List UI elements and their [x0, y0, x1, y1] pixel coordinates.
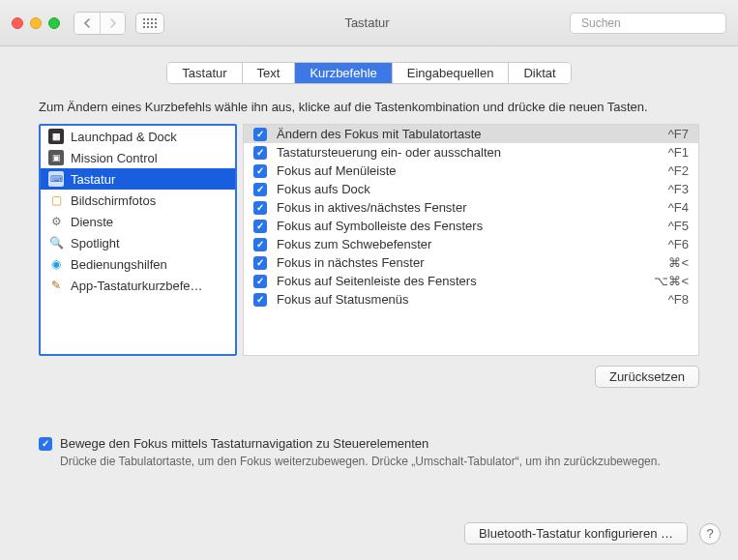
shortcut-label: Fokus zum Schwebefenster — [277, 237, 659, 251]
app-shortcuts-icon: ✎ — [48, 278, 64, 293]
shortcut-keys: ^F2 — [668, 163, 689, 178]
tab-bar: TastaturTextKurzbefehleEingabequellenDik… — [0, 62, 738, 84]
shortcut-row[interactable]: ✓Fokus aufs Dock^F3 — [244, 180, 698, 198]
shortcut-label: Tastatursteuerung ein- oder ausschalten — [277, 145, 659, 160]
sidebar-item-1[interactable]: ▣Mission Control — [41, 147, 235, 168]
checkbox-icon[interactable]: ✓ — [253, 256, 267, 270]
shortcut-row[interactable]: ✓Fokus in nächstes Fenster⌘< — [244, 253, 698, 272]
checkbox-icon[interactable]: ✓ — [253, 293, 267, 307]
spotlight-icon: 🔍 — [48, 235, 64, 251]
minimize-window-button[interactable] — [30, 17, 42, 29]
shortcut-row[interactable]: ✓Fokus auf Seitenleiste des Fensters⌥⌘< — [244, 272, 698, 290]
shortcut-row[interactable]: ✓Fokus in aktives/nächstes Fenster^F4 — [244, 198, 698, 217]
help-icon: ? — [706, 526, 713, 541]
shortcut-row[interactable]: ✓Fokus auf Menüleiste^F2 — [244, 162, 698, 180]
forward-button[interactable] — [100, 13, 125, 34]
titlebar: Tastatur — [0, 0, 738, 46]
sidebar-item-2[interactable]: ⌨Tastatur — [41, 168, 235, 190]
sidebar-item-4[interactable]: ⚙Dienste — [41, 211, 235, 232]
shortcut-row[interactable]: ✓Fokus zum Schwebefenster^F6 — [244, 235, 698, 253]
launchpad-icon: ▦ — [48, 129, 64, 144]
sidebar-item-label: Bedienungshilfen — [71, 257, 167, 272]
chevron-left-icon — [83, 18, 91, 28]
sidebar-item-label: Launchpad & Dock — [71, 130, 177, 144]
sidebar-item-label: Tastatur — [71, 172, 115, 187]
shortcut-label: Ändern des Fokus mit Tabulatortaste — [277, 127, 659, 141]
help-button[interactable]: ? — [699, 523, 721, 545]
checkbox-icon[interactable]: ✓ — [253, 183, 267, 196]
keyboard-icon: ⌨ — [48, 171, 64, 187]
checkbox-icon[interactable]: ✓ — [253, 146, 267, 160]
shortcut-keys: ^F7 — [668, 127, 689, 141]
sidebar-item-6[interactable]: ◉Bedienungshilfen — [41, 253, 235, 275]
tab-tastatur[interactable]: Tastatur — [167, 63, 242, 83]
shortcut-label: Fokus in aktives/nächstes Fenster — [277, 200, 659, 215]
shortcut-keys: ^F1 — [668, 145, 689, 160]
window-controls — [12, 17, 60, 29]
sidebar-item-label: App-Tastaturkurzbefe… — [71, 279, 203, 293]
shortcut-keys: ^F6 — [668, 237, 689, 251]
chevron-right-icon — [109, 18, 117, 28]
screenshot-icon: ▢ — [48, 192, 64, 208]
services-icon: ⚙ — [48, 214, 64, 229]
close-window-button[interactable] — [12, 17, 23, 29]
back-button[interactable] — [74, 13, 100, 34]
tab-kurzbefehle[interactable]: Kurzbefehle — [295, 63, 392, 83]
bluetooth-config-button[interactable]: Bluetooth-Tastatur konfigurieren … — [464, 522, 688, 545]
nav-back-forward — [74, 12, 126, 35]
shortcut-label: Fokus auf Symbolleiste des Fensters — [277, 219, 659, 233]
zoom-window-button[interactable] — [48, 17, 60, 29]
tabnav-hint: Drücke die Tabulatortaste, um den Fokus … — [60, 455, 699, 468]
search-input[interactable] — [581, 16, 726, 30]
shortcut-label: Fokus auf Statusmenüs — [277, 292, 659, 307]
shortcut-keys: ^F3 — [668, 182, 689, 196]
sidebar-item-0[interactable]: ▦Launchpad & Dock — [41, 126, 235, 147]
window-title: Tastatur — [174, 15, 560, 30]
show-all-prefs-button[interactable] — [135, 13, 164, 34]
shortcut-keys: ^F4 — [668, 200, 689, 215]
shortcut-label: Fokus auf Seitenleiste des Fensters — [277, 274, 644, 288]
checkbox-icon[interactable]: ✓ — [253, 164, 267, 178]
shortcut-row[interactable]: ✓Fokus auf Statusmenüs^F8 — [244, 290, 698, 309]
shortcut-keys: ^F5 — [668, 219, 689, 233]
checkbox-icon[interactable]: ✓ — [253, 201, 267, 215]
accessibility-icon: ◉ — [48, 256, 64, 272]
checkbox-icon[interactable]: ✓ — [253, 220, 267, 233]
checkbox-icon[interactable]: ✓ — [39, 437, 52, 451]
reset-button[interactable]: Zurücksetzen — [595, 366, 699, 388]
shortcut-row[interactable]: ✓Ändern des Fokus mit Tabulatortaste^F7 — [244, 125, 698, 143]
sidebar-item-3[interactable]: ▢Bildschirmfotos — [41, 190, 235, 211]
sidebar-item-label: Dienste — [71, 215, 113, 229]
sidebar-item-7[interactable]: ✎App-Tastaturkurzbefe… — [41, 275, 235, 296]
mission-control-icon: ▣ — [48, 150, 64, 165]
checkbox-icon[interactable]: ✓ — [253, 238, 267, 251]
tab-diktat[interactable]: Diktat — [509, 63, 570, 83]
shortcut-keys: ^F8 — [668, 292, 689, 307]
category-sidebar[interactable]: ▦Launchpad & Dock▣Mission Control⌨Tastat… — [39, 124, 237, 356]
tab-eingabequellen[interactable]: Eingabequellen — [393, 63, 510, 83]
shortcut-row[interactable]: ✓Fokus auf Symbolleiste des Fensters^F5 — [244, 217, 698, 235]
tabnav-option[interactable]: ✓ Bewege den Fokus mittels Tastaturnavig… — [39, 436, 699, 451]
checkbox-icon[interactable]: ✓ — [253, 275, 267, 288]
tab-text[interactable]: Text — [243, 63, 296, 83]
sidebar-item-label: Mission Control — [71, 151, 158, 165]
sidebar-item-label: Bildschirmfotos — [71, 193, 156, 208]
sidebar-item-label: Spotlight — [71, 236, 120, 251]
shortcut-label: Fokus auf Menüleiste — [277, 163, 659, 178]
shortcut-row[interactable]: ✓Tastatursteuerung ein- oder ausschalten… — [244, 143, 698, 162]
tabnav-option-label: Bewege den Fokus mittels Tastaturnavigat… — [60, 436, 428, 451]
shortcut-label: Fokus in nächstes Fenster — [277, 255, 659, 270]
search-field[interactable] — [570, 13, 726, 34]
shortcut-keys: ⌘< — [668, 255, 689, 270]
shortcut-keys: ⌥⌘< — [654, 274, 689, 288]
shortcut-label: Fokus aufs Dock — [277, 182, 659, 196]
instruction-text: Zum Ändern eines Kurzbefehls wähle ihn a… — [0, 84, 738, 124]
grid-icon — [143, 18, 157, 28]
shortcut-list[interactable]: ✓Ändern des Fokus mit Tabulatortaste^F7✓… — [243, 124, 699, 356]
checkbox-icon[interactable]: ✓ — [253, 128, 267, 141]
sidebar-item-5[interactable]: 🔍Spotlight — [41, 232, 235, 253]
